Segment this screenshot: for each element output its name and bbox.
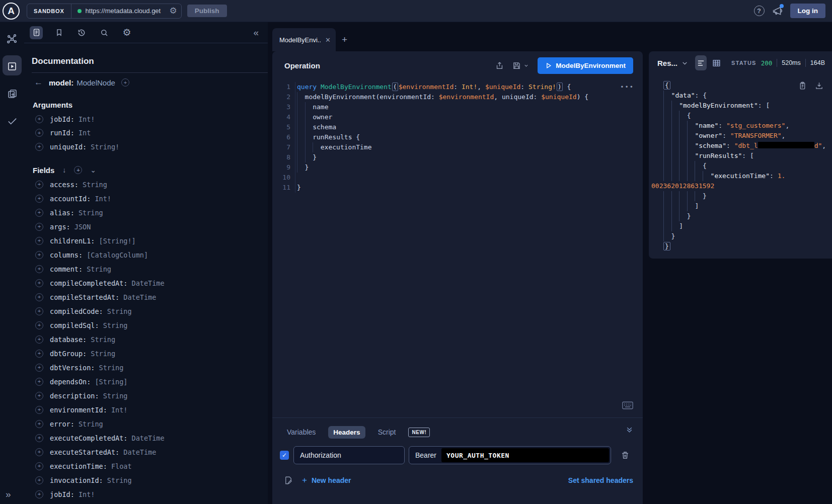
add-field-icon[interactable]: +	[35, 307, 43, 315]
add-field-icon[interactable]: +	[35, 350, 43, 358]
add-field-icon[interactable]: +	[35, 420, 43, 428]
add-field-icon[interactable]: +	[35, 279, 43, 287]
field-row[interactable]: +access: String	[24, 178, 268, 192]
explorer-settings-gear-icon[interactable]: ⚙	[120, 26, 133, 39]
add-field-icon[interactable]: +	[35, 293, 43, 301]
add-fields-icon[interactable]: +	[74, 166, 82, 174]
add-field-icon[interactable]: +	[35, 251, 43, 259]
field-row[interactable]: +invocationId: String	[24, 473, 268, 487]
collapse-docs-icon[interactable]: «	[253, 27, 268, 38]
add-field-icon[interactable]: +	[35, 181, 43, 189]
field-row[interactable]: +compiledSql: String	[24, 318, 268, 332]
share-icon[interactable]	[495, 61, 504, 70]
field-row[interactable]: +description: String	[24, 389, 268, 403]
announcements-icon[interactable]	[772, 6, 783, 16]
add-field-icon[interactable]: +	[35, 129, 43, 137]
tab-variables[interactable]: Variables	[282, 426, 321, 439]
field-row[interactable]: +childrenL1: [String!]	[24, 234, 268, 248]
bookmarks-icon[interactable]	[52, 26, 65, 39]
add-field-icon[interactable]: +	[35, 364, 43, 372]
header-enabled-checkbox[interactable]: ✓	[280, 451, 289, 460]
add-field-icon[interactable]: +	[35, 434, 43, 442]
tab-headers[interactable]: Headers	[328, 426, 365, 439]
field-row[interactable]: +accountId: Int!	[24, 192, 268, 206]
field-row[interactable]: +jobId: Int!	[24, 112, 268, 126]
endpoint-url-input[interactable]: https://metadata.cloud.get	[86, 7, 169, 15]
editor-line[interactable]: 8}	[272, 152, 643, 162]
history-icon[interactable]	[75, 26, 88, 39]
add-field-icon[interactable]: +	[35, 392, 43, 400]
editor-line[interactable]: 1query ModelByEnvironment($environmentId…	[272, 82, 643, 92]
breadcrumb-type-link[interactable]: ModelNode	[77, 78, 115, 87]
editor-menu-icon[interactable]: •••	[620, 83, 634, 91]
download-response-icon[interactable]	[815, 81, 823, 90]
field-row[interactable]: +args: JSON	[24, 220, 268, 234]
header-key-input[interactable]	[293, 446, 405, 464]
rail-collections-icon[interactable]	[0, 83, 24, 104]
field-row[interactable]: +dependsOn: [String]	[24, 375, 268, 389]
new-tab-icon[interactable]: +	[342, 34, 347, 45]
publish-button[interactable]: Publish	[187, 5, 227, 17]
add-field-icon[interactable]: +	[35, 335, 43, 344]
add-field-icon[interactable]: +	[35, 265, 43, 273]
editor-line[interactable]: 11}	[272, 183, 643, 193]
rail-checklist-icon[interactable]	[0, 111, 24, 131]
editor-line[interactable]: 5schema	[272, 122, 643, 132]
add-field-icon[interactable]: +	[35, 115, 43, 123]
add-field-icon[interactable]: +	[35, 237, 43, 245]
editor-line[interactable]: 4owner	[272, 112, 643, 122]
field-row[interactable]: +dbtGroup: String	[24, 347, 268, 361]
copy-response-icon[interactable]	[798, 81, 807, 90]
login-button[interactable]: Log in	[790, 4, 826, 18]
chevron-down-icon[interactable]: ⌄	[90, 166, 96, 174]
add-field-icon[interactable]: +	[35, 209, 43, 217]
field-row[interactable]: +compileCompletedAt: DateTime	[24, 276, 268, 290]
add-field-icon[interactable]: +	[35, 462, 43, 470]
field-row[interactable]: +executionTime: Float	[24, 459, 268, 473]
expand-rail-icon[interactable]: »	[6, 489, 11, 500]
search-icon[interactable]	[98, 26, 111, 39]
editor-line[interactable]: 7executionTime	[272, 142, 643, 152]
operation-tab[interactable]: ModelByEnvi... ✕	[272, 28, 336, 51]
editor-line[interactable]: 10	[272, 173, 643, 183]
add-all-fields-icon[interactable]: +	[121, 78, 129, 87]
operation-editor[interactable]: 1query ModelByEnvironment($environmentId…	[272, 79, 643, 417]
field-row[interactable]: +columns: [CatalogColumn]	[24, 248, 268, 262]
sort-fields-icon[interactable]: ↓	[62, 166, 66, 174]
field-row[interactable]: +jobId: Int!	[24, 487, 268, 501]
field-row[interactable]: +runId: Int	[24, 126, 268, 140]
table-view-icon[interactable]	[711, 55, 722, 70]
header-value-input[interactable]: Bearer YOUR_AUTH_TOKEN	[409, 446, 611, 464]
editor-line[interactable]: 3name	[272, 102, 643, 112]
editor-line[interactable]: 9}	[272, 162, 643, 173]
add-field-icon[interactable]: +	[35, 223, 43, 231]
field-row[interactable]: +error: String	[24, 417, 268, 431]
field-row[interactable]: +executeStartedAt: DateTime	[24, 445, 268, 459]
add-field-icon[interactable]: +	[35, 143, 43, 151]
set-shared-headers-link[interactable]: Set shared headers	[568, 476, 633, 484]
field-row[interactable]: +database: String	[24, 332, 268, 347]
back-arrow-icon[interactable]: ←	[34, 77, 43, 88]
field-row[interactable]: +executeCompletedAt: DateTime	[24, 431, 268, 445]
edit-as-text-icon[interactable]	[284, 476, 293, 485]
new-header-button[interactable]: + New header	[302, 475, 351, 485]
collapse-panel-icon[interactable]	[626, 426, 633, 434]
add-field-icon[interactable]: +	[35, 378, 43, 386]
add-field-icon[interactable]: +	[35, 195, 43, 203]
response-dropdown-chevron-icon[interactable]	[682, 60, 688, 66]
rail-schema-icon[interactable]	[0, 29, 24, 49]
delete-header-icon[interactable]	[621, 451, 630, 460]
documentation-tab-icon[interactable]	[30, 26, 43, 39]
tree-view-icon[interactable]	[695, 55, 707, 70]
editor-line[interactable]: 2modelByEnvironment(environmentId: $envi…	[272, 92, 643, 102]
add-field-icon[interactable]: +	[35, 406, 43, 414]
response-body[interactable]: {"data": {"modelByEnvironment": [{"name"…	[649, 74, 832, 251]
add-field-icon[interactable]: +	[35, 476, 43, 484]
field-row[interactable]: +alias: String	[24, 206, 268, 220]
close-tab-icon[interactable]: ✕	[325, 36, 331, 44]
add-field-icon[interactable]: +	[35, 321, 43, 329]
tab-script[interactable]: Script	[373, 426, 401, 439]
field-row[interactable]: +comment: String	[24, 262, 268, 276]
save-icon[interactable]	[512, 61, 529, 70]
help-icon[interactable]: ?	[754, 6, 765, 16]
